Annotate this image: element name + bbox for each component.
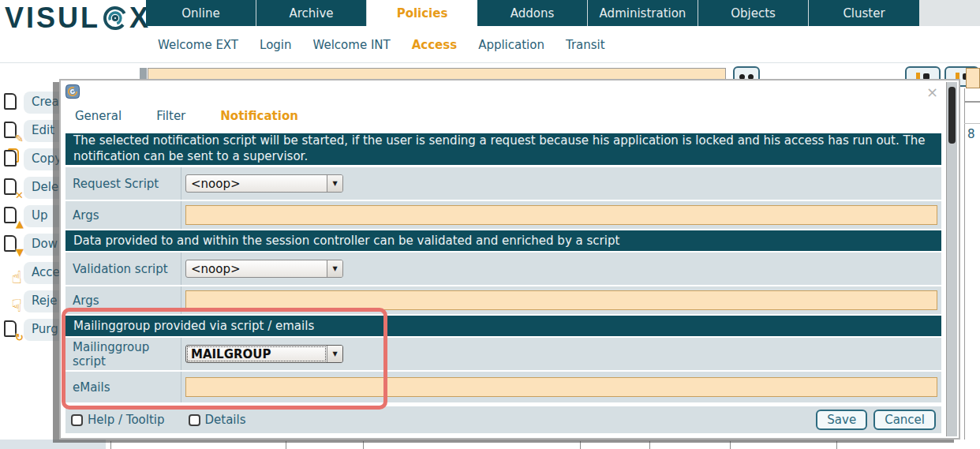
background-column-line	[286, 441, 286, 449]
subnav-item-application[interactable]: Application	[478, 38, 544, 52]
request-args-label: Args	[65, 201, 181, 229]
background-table-border	[964, 123, 980, 124]
copy-icon	[2, 148, 22, 170]
emails-label: eMails	[65, 372, 181, 402]
request-args-row: Args	[65, 201, 941, 229]
validation-section-header: Data provided to and within the session …	[65, 230, 941, 251]
validation-args-input[interactable]	[185, 290, 937, 310]
move-up-icon: ▲	[2, 205, 22, 227]
nav-tab-objects[interactable]: Objects	[698, 0, 809, 26]
details-checkbox[interactable]	[189, 414, 200, 426]
background-column-line	[363, 441, 364, 449]
background-column-line	[649, 441, 650, 449]
logo-spiral-icon	[102, 5, 129, 32]
background-column-line	[110, 441, 111, 449]
cancel-button[interactable]: Cancel	[873, 410, 936, 430]
dialog-tab-general[interactable]: General	[75, 109, 122, 123]
mailinggroup-script-row: Mailinggroup script MAILGROUP ▼	[65, 338, 941, 370]
nav-tab-cluster[interactable]: Cluster	[809, 0, 919, 26]
edit-icon: ✎	[2, 120, 22, 142]
dropdown-arrow-icon[interactable]: ▼	[327, 346, 342, 362]
validation-script-label: Validation script	[65, 253, 181, 285]
notification-description: The selected notification script will be…	[65, 133, 941, 165]
accept-icon: ☝	[2, 262, 22, 284]
nav-tab-online[interactable]: Online	[146, 0, 256, 26]
nav-tab-addons[interactable]: Addons	[477, 0, 588, 26]
dialog-tab-filter[interactable]: Filter	[156, 109, 185, 123]
subnav-item-welcome-int[interactable]: Welcome INT	[313, 38, 391, 52]
validation-script-row: Validation script <noop> ▼	[65, 253, 941, 285]
sub-nav: Welcome EXTLoginWelcome INTAccessApplica…	[158, 38, 605, 52]
subnav-item-access[interactable]: Access	[412, 38, 457, 52]
dropdown-arrow-icon[interactable]: ▼	[327, 260, 342, 277]
background-filter-cell	[966, 68, 980, 88]
main-nav: OnlineArchivePoliciesAddonsAdministratio…	[146, 0, 919, 26]
scrollbar-thumb[interactable]	[948, 87, 956, 144]
subnav-item-login[interactable]: Login	[260, 38, 291, 52]
visulox-logo: VISUL X	[5, 2, 151, 35]
subnav-item-welcome-ext[interactable]: Welcome EXT	[158, 38, 238, 52]
dialog-footer: Help / Tooltip Details Save Cancel	[65, 406, 941, 433]
dialog-tabs: GeneralFilterNotification	[65, 103, 941, 129]
background-table-border	[964, 101, 980, 103]
mailinggroup-section-header: Mailinggroup provided via script / email…	[65, 316, 941, 336]
request-args-input[interactable]	[185, 205, 937, 225]
details-label: Details	[205, 413, 246, 427]
emails-row: eMails	[65, 372, 941, 402]
logo-text-pre: VISUL	[5, 2, 100, 35]
background-column-line	[836, 441, 837, 449]
request-script-select[interactable]: <noop> ▼	[185, 174, 343, 193]
create-document-icon	[2, 92, 22, 114]
application-window: VISUL X OnlineArchivePoliciesAddonsAdmin…	[0, 0, 980, 449]
mailinggroup-script-select[interactable]: MAILGROUP ▼	[185, 345, 343, 363]
background-table-cell: 8	[967, 127, 975, 141]
background-column-line	[730, 441, 731, 449]
emails-input[interactable]	[185, 377, 937, 397]
dialog-title-row	[65, 82, 941, 103]
close-icon[interactable]: ×	[926, 85, 938, 99]
validation-args-row: Args	[65, 286, 941, 314]
save-button[interactable]: Save	[816, 410, 867, 430]
dialog-content: GeneralFilterNotification The selected n…	[65, 82, 941, 436]
request-script-label: Request Script	[65, 167, 181, 200]
purge-icon: ↻	[2, 319, 22, 341]
dialog-spiral-icon	[65, 84, 80, 99]
nav-end-filler	[919, 0, 980, 26]
reject-icon: ☟	[2, 290, 22, 312]
nav-tab-archive[interactable]: Archive	[256, 0, 367, 26]
validation-args-label: Args	[65, 286, 181, 314]
validation-script-select[interactable]: <noop> ▼	[185, 260, 343, 278]
move-down-icon: ▼	[2, 234, 22, 256]
subnav-item-transit[interactable]: Transit	[566, 38, 605, 52]
request-script-row: Request Script <noop> ▼	[65, 167, 941, 200]
help-tooltip-checkbox[interactable]	[71, 414, 83, 426]
background-column-line	[580, 441, 581, 449]
header-divider	[0, 62, 980, 63]
dialog-tab-notification[interactable]: Notification	[220, 109, 298, 123]
policy-edit-dialog: GeneralFilterNotification The selected n…	[59, 79, 960, 440]
delete-icon: ✕	[2, 177, 22, 199]
nav-tab-policies[interactable]: Policies	[367, 0, 477, 26]
mailinggroup-script-label: Mailinggroup script	[65, 338, 181, 370]
dropdown-arrow-icon[interactable]: ▼	[327, 175, 342, 192]
help-tooltip-label: Help / Tooltip	[88, 413, 165, 427]
nav-tab-administration[interactable]: Administration	[588, 0, 698, 26]
background-panel-fragment	[0, 440, 106, 449]
dialog-scrollbar[interactable]	[946, 82, 957, 436]
